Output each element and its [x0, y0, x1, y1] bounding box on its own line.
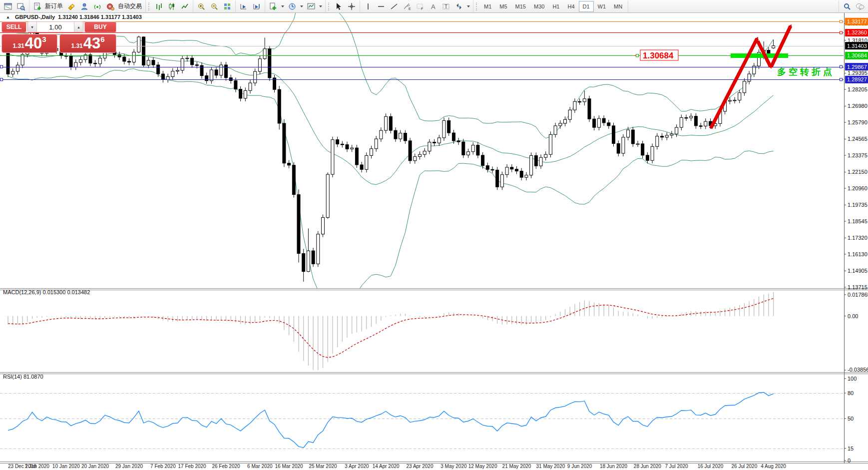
autotrade-icon[interactable] — [104, 0, 116, 12]
date-label: 1 Jan 2020 — [24, 464, 49, 469]
trendline-tool-icon[interactable] — [388, 0, 400, 12]
candlestick-mode-icon[interactable] — [166, 0, 178, 12]
svg-text:100: 100 — [848, 376, 857, 382]
new-order-icon[interactable] — [31, 0, 43, 12]
volume-stepper: ▼ 1.00 ▲ — [27, 21, 83, 32]
collapse-panel-icon[interactable]: ▲ — [6, 15, 10, 19]
buy-price-prefix: 1.31 — [71, 42, 82, 49]
svg-text:1.22150: 1.22150 — [848, 169, 868, 175]
sell-price-button[interactable]: 1.31 40 3 — [1, 34, 57, 53]
volume-increase-button[interactable]: ▲ — [74, 22, 83, 32]
svg-text:1.28927: 1.28927 — [847, 76, 867, 82]
template-dropdown[interactable] — [319, 5, 322, 7]
svg-text:1.16130: 1.16130 — [848, 251, 868, 257]
auto-scroll-icon[interactable] — [238, 0, 250, 12]
one-click-trading-panel: SELL ▼ 1.00 ▲ BUY 1.31 40 3 1.31 43 6 — [1, 21, 116, 53]
svg-text:1.26980: 1.26980 — [848, 103, 868, 109]
add-indicator-dropdown[interactable] — [281, 5, 284, 7]
svg-text:0.00: 0.00 — [848, 313, 858, 319]
buy-price-button[interactable]: 1.31 43 6 — [59, 34, 116, 53]
timeframe-D1[interactable]: D1 — [579, 1, 594, 12]
timeframe-M5[interactable]: M5 — [495, 1, 511, 12]
date-label: 20 Jan 2020 — [81, 464, 109, 469]
svg-text:1.17320: 1.17320 — [848, 235, 868, 241]
fibonacci-tool-icon[interactable]: E — [401, 0, 413, 12]
signal-icon[interactable] — [91, 0, 103, 12]
periods-dropdown[interactable] — [300, 5, 303, 7]
timeframe-H4[interactable]: H4 — [563, 1, 578, 12]
date-label: 12 May 2020 — [468, 464, 497, 469]
grid-tool-icon[interactable]: F — [414, 0, 426, 12]
timeframe-M1[interactable]: M1 — [480, 1, 495, 12]
toolbar-drag-handle[interactable] — [328, 2, 331, 10]
turning-point-note: 多空转折点 — [777, 67, 835, 77]
date-label: 3 May 2020 — [440, 464, 467, 469]
arrows-tool-icon[interactable] — [453, 0, 465, 12]
text-tool-icon[interactable]: A — [427, 0, 439, 12]
volume-decrease-button[interactable]: ▼ — [28, 22, 37, 32]
date-label: 23 Apr 2020 — [407, 464, 434, 469]
svg-text:1.23375: 1.23375 — [848, 152, 868, 158]
periods-icon[interactable] — [286, 0, 298, 12]
date-label: 10 Jan 2020 — [52, 464, 80, 469]
profile-charts-icon[interactable] — [15, 0, 27, 12]
line-chart-mode-icon[interactable] — [179, 0, 191, 12]
svg-text:0.017865: 0.017865 — [848, 292, 868, 298]
chart-window[interactable]: 1.30684多空转折点1.330351.318101.293951.28205… — [0, 0, 868, 470]
sell-price-prefix: 1.31 — [12, 42, 24, 49]
date-label: 26 Feb 2020 — [212, 464, 240, 469]
date-label: 14 Apr 2020 — [373, 464, 400, 469]
user-icon[interactable] — [78, 0, 90, 12]
new-order-label[interactable]: 新订单 — [45, 2, 63, 10]
svg-text:0: 0 — [848, 458, 851, 464]
svg-text:1.13715: 1.13715 — [848, 284, 868, 290]
chart-shift-icon[interactable] — [251, 0, 263, 12]
tile-windows-icon[interactable] — [221, 0, 233, 12]
svg-text:1.32360: 1.32360 — [847, 29, 867, 35]
autotrade-label[interactable]: 自动交易 — [118, 2, 142, 10]
crosshair-icon[interactable] — [346, 0, 358, 12]
search-icon[interactable] — [841, 0, 853, 12]
timeframe-MN[interactable]: MN — [610, 1, 626, 12]
gold-icon[interactable] — [65, 0, 77, 12]
svg-text:15: 15 — [848, 446, 854, 452]
sell-button[interactable]: SELL — [1, 21, 26, 32]
price-chart-canvas[interactable]: 1.30684多空转折点1.330351.318101.293951.28205… — [0, 0, 868, 470]
svg-text:1.33177: 1.33177 — [847, 18, 867, 24]
date-label: 31 May 2020 — [536, 464, 565, 469]
horizontal-line-tool-icon[interactable] — [375, 0, 387, 12]
timeframe-M15[interactable]: M15 — [511, 1, 530, 12]
timeframe-W1[interactable]: W1 — [594, 1, 610, 12]
svg-text:1.30684: 1.30684 — [847, 52, 867, 58]
bar-chart-mode-icon[interactable] — [153, 0, 165, 12]
chart-window-icon[interactable] — [2, 0, 14, 12]
chart-title: GBPUSD-,Daily 1.31240 1.31846 1.31177 1.… — [15, 14, 142, 20]
arrows-tool-dropdown[interactable] — [467, 5, 470, 7]
chat-icon[interactable] — [854, 0, 866, 12]
date-label: 18 Jun 2020 — [600, 464, 627, 469]
sell-price-sup: 3 — [42, 35, 46, 43]
svg-text:1.31403: 1.31403 — [847, 43, 867, 49]
volume-value[interactable]: 1.00 — [37, 22, 74, 32]
date-label: 6 Mar 2020 — [247, 464, 273, 469]
timeframe-M30[interactable]: M30 — [530, 1, 548, 12]
template-icon[interactable] — [305, 0, 317, 12]
toolbar-drag-handle[interactable] — [476, 2, 479, 10]
svg-text:T: T — [444, 4, 447, 9]
timeframe-H1[interactable]: H1 — [548, 1, 563, 12]
text-label-tool-icon[interactable]: T — [440, 0, 452, 12]
vertical-line-tool-icon[interactable] — [362, 0, 374, 12]
svg-text:A: A — [431, 3, 435, 10]
main-toolbar: 新订单 自动交易 E F A T M1M5M15M30H1H4D1W — [0, 0, 868, 13]
cursor-icon[interactable] — [333, 0, 345, 12]
toolbar-drag-handle[interactable] — [148, 2, 151, 10]
date-label: 7 Jul 2020 — [665, 464, 689, 469]
price-annotation-text: 1.30684 — [643, 51, 674, 60]
zoom-out-icon[interactable] — [208, 0, 220, 12]
zoom-in-icon[interactable] — [195, 0, 207, 12]
buy-button[interactable]: BUY — [84, 21, 116, 32]
svg-text:-0.038561: -0.038561 — [848, 367, 868, 373]
add-indicator-icon[interactable] — [267, 0, 279, 12]
date-label: 3 Apr 2020 — [345, 464, 369, 469]
svg-text:1.25790: 1.25790 — [848, 119, 868, 125]
